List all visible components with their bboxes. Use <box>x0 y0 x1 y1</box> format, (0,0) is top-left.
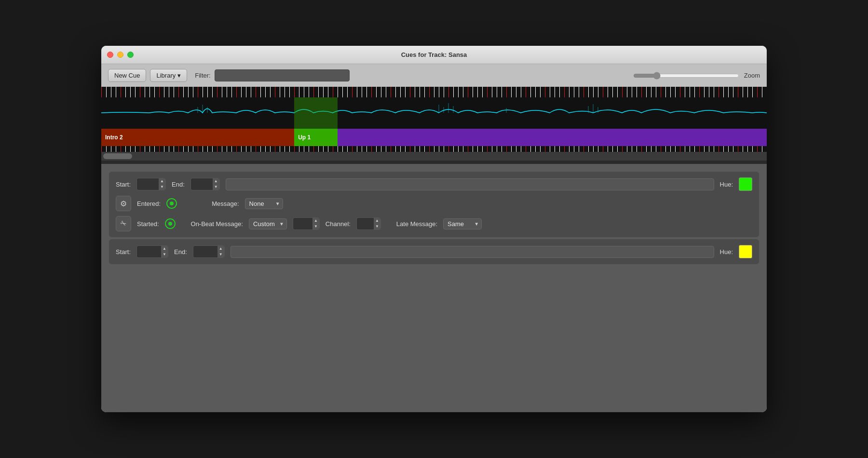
svg-rect-0 <box>101 97 767 129</box>
cue1-message-select-wrap: None Custom Same ▼ <box>245 198 283 209</box>
filter-input[interactable] <box>215 69 350 81</box>
cue2-description-input[interactable]: Start of Chorus <box>231 246 714 258</box>
cue1-end-label: End: <box>172 181 185 188</box>
scissors-icon: ✂ <box>119 218 128 229</box>
titlebar: Cues for Track: Sansa <box>101 46 767 64</box>
cue1-scissors-button[interactable]: ✂ <box>116 216 131 231</box>
waveform-svg <box>101 97 767 129</box>
scrollbar-area <box>101 152 767 161</box>
timeline-area: Intro 2 Up 1 <box>101 87 767 164</box>
cue1-description-input[interactable]: Red Wash on "Pars" at Full <box>226 178 714 190</box>
cue1-end-input[interactable]: 19 <box>191 181 213 188</box>
cue1-channel-label: Channel: <box>326 220 351 228</box>
waveform-container <box>101 97 767 129</box>
cue1-channel-input[interactable]: 1 <box>357 220 374 228</box>
cue-segment-intro2[interactable]: Intro 2 <box>101 129 294 146</box>
zoom-area: Zoom <box>633 72 760 80</box>
cue2-start-label: Start: <box>116 248 131 256</box>
cue-segment-up1[interactable]: Up 1 <box>294 129 338 146</box>
ruler-top <box>101 87 767 97</box>
svg-rect-1 <box>294 97 338 129</box>
cue1-message-select[interactable]: None Custom Same <box>245 198 283 209</box>
cue1-start-stepper: ▲ ▼ <box>159 178 165 190</box>
cue1-onbeat-num-input[interactable]: 18 <box>293 220 312 228</box>
cue1-message-label: Message: <box>212 200 239 207</box>
cue1-onbeat-down[interactable]: ▼ <box>312 224 319 229</box>
cue1-late-select[interactable]: None Custom Same <box>443 218 482 229</box>
cue1-start-label: Start: <box>116 181 131 188</box>
maximize-button[interactable] <box>127 52 134 58</box>
cue1-end-up[interactable]: ▲ <box>213 178 219 184</box>
cue1-onbeat-select-wrap: None Custom Same ▼ <box>249 218 287 229</box>
close-button[interactable] <box>107 52 113 58</box>
cue1-end-input-wrap: 19 ▲ ▼ <box>190 178 220 190</box>
cue1-entered-indicator <box>166 198 177 209</box>
cue1-onbeat-select[interactable]: None Custom Same <box>249 218 287 229</box>
cue2-start-input[interactable]: 283 <box>137 248 161 256</box>
cue1-row1: Start: 15 ▲ ▼ End: 19 ▲ ▼ Red Wash <box>116 177 752 191</box>
cue-bar-container: Intro 2 Up 1 <box>101 129 767 152</box>
cue2-start-wrap: 283 ▲ ▼ <box>136 245 168 258</box>
cue2-end-up[interactable]: ▲ <box>217 246 224 252</box>
cue1-onbeat-label: On-Beat Message: <box>191 220 243 228</box>
cue1-entered-label: Entered: <box>137 200 161 207</box>
new-cue-button[interactable]: New Cue <box>108 69 146 82</box>
cue2-editor: Start: 283 ▲ ▼ End: 295 ▲ ▼ Start <box>109 239 759 264</box>
cue1-started-label: Started: <box>137 220 159 228</box>
cue1-row3: ✂ Started: On-Beat Message: None Custom … <box>116 216 752 231</box>
cue2-end-down[interactable]: ▼ <box>217 252 224 257</box>
cue1-onbeat-stepper: ▲ ▼ <box>312 218 319 229</box>
cue1-channel-wrap: 1 ▲ ▼ <box>356 217 381 230</box>
cue2-end-input[interactable]: 295 <box>193 248 217 256</box>
cue-ruler <box>101 146 767 152</box>
scrollbar-thumb[interactable] <box>103 153 132 159</box>
cue2-end-wrap: 295 ▲ ▼ <box>193 245 225 258</box>
cue1-settings-button[interactable]: ⚙ <box>116 196 131 211</box>
cue1-late-select-wrap: None Custom Same ▼ <box>443 218 482 229</box>
library-chevron-icon: ▾ <box>177 72 181 79</box>
cue-segment-intro2-label: Intro 2 <box>105 134 123 141</box>
cue2-hue-label: Hue: <box>720 248 733 256</box>
cue1-hue-label: Hue: <box>720 181 733 188</box>
cue1-start-up[interactable]: ▲ <box>159 178 165 184</box>
cue1-start-input[interactable]: 15 <box>137 181 159 188</box>
library-button[interactable]: Library ▾ <box>150 69 187 82</box>
cue2-end-label: End: <box>174 248 187 256</box>
traffic-lights <box>107 52 134 58</box>
cue1-started-indicator <box>165 218 176 229</box>
zoom-slider[interactable] <box>633 72 739 80</box>
cue1-onbeat-up[interactable]: ▲ <box>312 218 319 224</box>
cue-segment-up1-label: Up 1 <box>298 134 311 141</box>
cue1-end-down[interactable]: ▼ <box>213 184 219 190</box>
minimize-button[interactable] <box>117 52 123 58</box>
cue1-start-down[interactable]: ▼ <box>159 184 165 190</box>
cue1-start-input-wrap: 15 ▲ ▼ <box>136 178 166 190</box>
cue1-channel-stepper: ▲ ▼ <box>374 218 380 229</box>
cue1-channel-up[interactable]: ▲ <box>374 218 380 224</box>
cue1-end-stepper: ▲ ▼ <box>213 178 219 190</box>
cue1-channel-down[interactable]: ▼ <box>374 224 380 229</box>
main-window: Cues for Track: Sansa New Cue Library ▾ … <box>101 46 767 412</box>
cue2-start-stepper: ▲ ▼ <box>161 246 168 257</box>
cue-segment-purple[interactable] <box>338 129 767 146</box>
cue2-row1: Start: 283 ▲ ▼ End: 295 ▲ ▼ Start <box>116 245 752 258</box>
cue2-start-down[interactable]: ▼ <box>161 252 168 257</box>
window-title: Cues for Track: Sansa <box>401 51 467 58</box>
cue2-hue-box[interactable] <box>739 245 752 258</box>
cue2-end-stepper: ▲ ▼ <box>217 246 224 257</box>
cue1-row2: ⚙ Entered: Message: None Custom Same ▼ <box>116 196 752 211</box>
gear-icon: ⚙ <box>120 199 127 208</box>
zoom-label: Zoom <box>744 72 760 79</box>
cue1-editor: Start: 15 ▲ ▼ End: 19 ▲ ▼ Red Wash <box>109 172 759 237</box>
filter-label: Filter: <box>195 72 211 79</box>
cue1-hue-box[interactable] <box>739 177 752 191</box>
cue1-late-label: Late Message: <box>396 220 437 228</box>
content-area: Start: 15 ▲ ▼ End: 19 ▲ ▼ Red Wash <box>101 164 767 412</box>
cue1-onbeat-num-wrap: 18 ▲ ▼ <box>293 217 320 230</box>
toolbar: New Cue Library ▾ Filter: Zoom <box>101 64 767 87</box>
cue2-start-up[interactable]: ▲ <box>161 246 168 252</box>
